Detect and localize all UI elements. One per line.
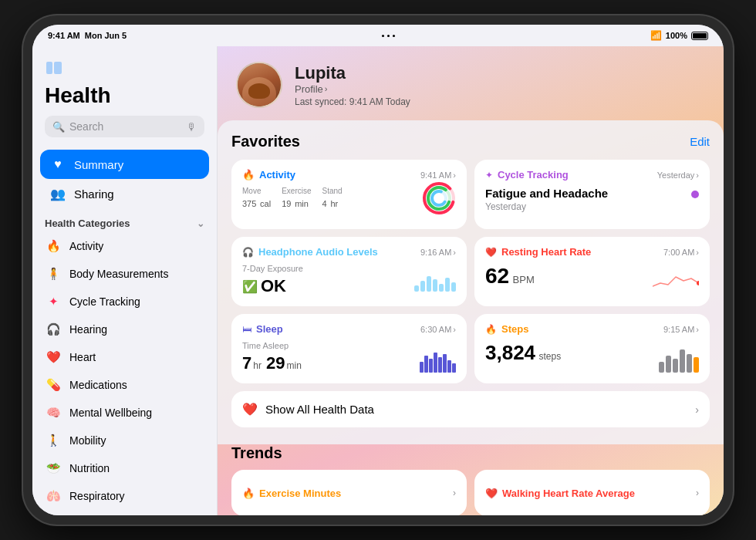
- sleep-bars: [420, 351, 456, 373]
- hr-card-header: ❤️ Resting Heart Rate 7:00 AM ›: [485, 246, 699, 258]
- cards-area: Favorites Edit 🔥 Activity: [218, 120, 724, 444]
- sleep-chevron-icon: ›: [453, 325, 456, 334]
- stb3: [673, 359, 678, 373]
- stb1: [659, 362, 664, 373]
- cycle-symptom-title: Fatigue and Headache: [485, 187, 699, 200]
- sleep-min-unit: min: [287, 360, 302, 371]
- app-container: Health 🔍 Search 🎙 ♥ Summary 👥 Sharing: [32, 46, 724, 515]
- headphone-data: 7-Day Exposure ✅ OK: [242, 264, 456, 296]
- sidebar-item-medications[interactable]: 💊 Medications: [32, 371, 217, 399]
- activity-card[interactable]: 🔥 Activity 9:41 AM › Move: [231, 160, 467, 229]
- activity-rings: [422, 181, 456, 218]
- stb5: [687, 354, 692, 373]
- sidebar: Health 🔍 Search 🎙 ♥ Summary 👥 Sharing: [32, 46, 218, 515]
- search-placeholder: Search: [69, 120, 182, 133]
- sidebar-item-nutrition[interactable]: 🥗 Nutrition: [32, 454, 217, 482]
- bar1: [414, 285, 419, 292]
- sleep-card-title: Sleep: [256, 323, 283, 335]
- sleep-card[interactable]: 🛏 Sleep 6:30 AM › Time Asleep: [231, 314, 467, 383]
- walking-hr-heart-icon: ❤️: [485, 488, 498, 499]
- stand-value: 4 hr: [322, 195, 343, 211]
- activity-chevron-icon: ›: [453, 170, 456, 180]
- heart-label: Heart: [69, 351, 96, 363]
- heart-rate-card[interactable]: ❤️ Resting Heart Rate 7:00 AM › 62: [474, 237, 710, 306]
- profile-link[interactable]: Profile ›: [295, 83, 705, 95]
- hr-unit: BPM: [513, 274, 535, 285]
- activity-card-time: 9:41 AM ›: [420, 170, 456, 180]
- heart-icon: ❤️: [45, 349, 62, 366]
- sidebar-item-summary[interactable]: ♥ Summary: [40, 150, 209, 179]
- edit-button[interactable]: Edit: [690, 135, 710, 148]
- hr-sparkline: [653, 269, 699, 295]
- sidebar-item-respiratory[interactable]: 🫁 Respiratory: [32, 482, 217, 510]
- sidebar-item-activity[interactable]: 🔥 Activity: [32, 232, 217, 260]
- sleep-hours: 7: [242, 353, 251, 373]
- mic-icon: 🎙: [187, 121, 197, 133]
- bar7: [451, 282, 456, 292]
- tablet-frame: 9:41 AM Mon Jun 5 📶 100%: [23, 15, 733, 525]
- show-all-label: Show All Health Data: [265, 403, 687, 416]
- activity-card-header: 🔥 Activity 9:41 AM ›: [242, 169, 456, 181]
- steps-card[interactable]: 🔥 Steps 9:15 AM › 3,824 steps: [474, 314, 710, 383]
- search-bar[interactable]: 🔍 Search 🎙: [45, 116, 204, 137]
- wifi-icon: 📶: [650, 30, 662, 41]
- profile-link-label: Profile: [295, 83, 323, 95]
- favorites-title: Favorites: [231, 133, 300, 150]
- hr-card-title: Resting Heart Rate: [501, 246, 591, 258]
- sleep-card-header: 🛏 Sleep 6:30 AM ›: [242, 323, 456, 335]
- sleep-card-time: 6:30 AM ›: [420, 325, 456, 334]
- stand-metric: Stand 4 hr: [322, 187, 343, 211]
- steps-card-header: 🔥 Steps 9:15 AM ›: [485, 323, 699, 335]
- sidebar-item-body[interactable]: 🧍 Body Measurements: [32, 260, 217, 288]
- sidebar-item-cycle[interactable]: ✦ Cycle Tracking: [32, 288, 217, 316]
- sidebar-header: Health 🔍 Search 🎙: [32, 56, 217, 147]
- sleep-hr-unit: hr: [253, 360, 262, 371]
- cycle-sparkle-icon: ✦: [485, 170, 493, 181]
- bar6: [445, 278, 450, 292]
- show-all-chevron-icon: ›: [695, 403, 699, 416]
- walking-hr-trend-card[interactable]: ❤️ Walking Heart Rate Average ›: [474, 470, 710, 515]
- sidebar-item-mental[interactable]: 🧠 Mental Wellbeing: [32, 399, 217, 427]
- exercise-trend-chevron-icon: ›: [453, 488, 456, 498]
- main-content: Lupita Profile › Last synced: 9:41 AM To…: [218, 46, 724, 515]
- headphone-icon: 🎧: [242, 247, 254, 258]
- headphone-title-row: 🎧 Headphone Audio Levels: [242, 246, 378, 258]
- steps-card-time: 9:15 AM ›: [663, 325, 699, 334]
- hr-title-row: ❤️ Resting Heart Rate: [485, 246, 591, 258]
- dot3: [393, 35, 395, 37]
- steps-flame-icon: 🔥: [485, 324, 497, 335]
- sb6: [443, 354, 447, 373]
- mobility-icon: 🚶: [45, 432, 62, 449]
- health-categories-label: Health Categories: [45, 218, 130, 229]
- sidebar-item-hearing[interactable]: 🎧 Hearing: [32, 316, 217, 343]
- cycle-dot-icon: [691, 191, 699, 198]
- show-all-health-data[interactable]: ❤️ Show All Health Data ›: [231, 391, 710, 427]
- headphone-status: 7-Day Exposure ✅ OK: [242, 264, 303, 296]
- sidebar-item-heart[interactable]: ❤️ Heart: [32, 343, 217, 371]
- tablet-screen: 9:41 AM Mon Jun 5 📶 100%: [32, 25, 724, 515]
- category-list: 🔥 Activity 🧍 Body Measurements ✦ Cycle T…: [32, 232, 217, 515]
- headphone-card[interactable]: 🎧 Headphone Audio Levels 9:16 AM ›: [231, 237, 467, 306]
- app-title: Health: [45, 83, 204, 108]
- exercise-trend-card[interactable]: 🔥 Exercise Minutes ›: [231, 470, 467, 515]
- cycle-card-title: Cycle Tracking: [498, 169, 569, 181]
- sharing-icon: 👥: [49, 185, 66, 202]
- status-bar-center: [382, 35, 395, 37]
- sidebar-item-sharing[interactable]: 👥 Sharing: [40, 179, 209, 208]
- sb2: [424, 356, 428, 373]
- cycle-tracking-card[interactable]: ✦ Cycle Tracking Yesterday › Fatigue and…: [474, 160, 710, 229]
- sidebar-panel-icon[interactable]: [45, 59, 63, 77]
- mental-label: Mental Wellbeing: [69, 407, 152, 419]
- sidebar-item-sleep[interactable]: 🛏 Sleep: [32, 510, 217, 515]
- exercise-trend-label: Exercise Minutes: [259, 488, 341, 499]
- trends-title: Trends: [231, 444, 710, 462]
- heart-show-icon: ❤️: [242, 402, 258, 417]
- steps-chevron-icon: ›: [696, 325, 699, 334]
- cycle-icon: ✦: [45, 293, 62, 310]
- check-icon: ✅: [242, 279, 258, 294]
- sidebar-item-mobility[interactable]: 🚶 Mobility: [32, 427, 217, 454]
- move-value: 375 cal: [242, 195, 271, 211]
- sb7: [447, 360, 451, 373]
- activity-flame-icon: 🔥: [242, 169, 255, 181]
- hr-chevron-icon: ›: [696, 248, 699, 257]
